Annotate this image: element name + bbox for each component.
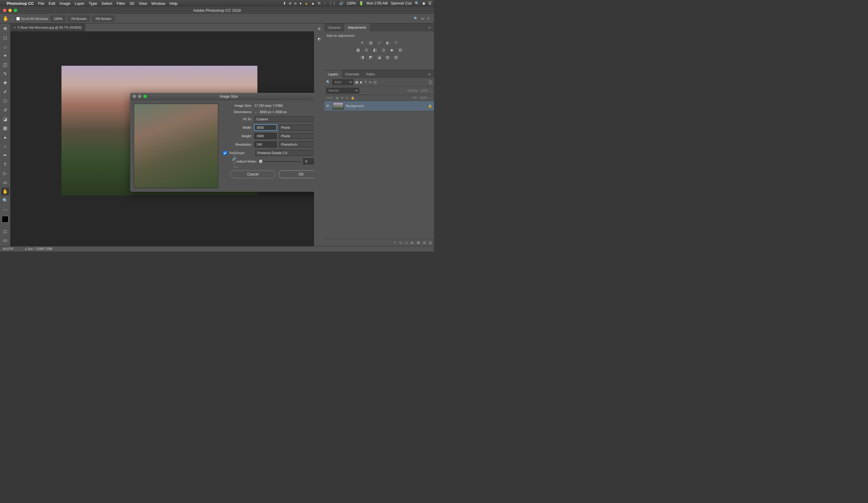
brush-tool-icon[interactable]: ✐ <box>1 88 9 96</box>
hand-tool[interactable]: ✋ <box>1 187 9 195</box>
fit-screen-button[interactable]: Fit Screen <box>68 16 90 22</box>
eraser-tool-icon[interactable]: ◪ <box>1 115 9 123</box>
width-unit-select[interactable]: Pixels <box>279 124 314 131</box>
colorbalance-adj-icon[interactable]: ⚖ <box>364 47 369 52</box>
workspace-layout-icon[interactable]: ▭ <box>421 17 424 21</box>
layer-visibility-icon[interactable]: 👁 <box>326 104 330 107</box>
spotlight-icon[interactable]: 🔍 <box>415 1 419 6</box>
healing-tool-icon[interactable]: ✚ <box>1 79 9 87</box>
threshold-adj-icon[interactable]: ◪ <box>376 54 382 60</box>
levels-adj-icon[interactable]: ▥ <box>368 40 373 45</box>
layer-mask-icon[interactable]: ◻ <box>405 240 408 245</box>
document-tab[interactable]: × © Bear Hat Mountain.jpg @ 66.7% (RGB/8… <box>10 23 85 31</box>
layer-row[interactable]: 👁 Background 🔒 <box>324 101 434 111</box>
group-layers-icon[interactable]: ▣ <box>417 240 420 245</box>
filter-adj-icon[interactable]: ◐ <box>360 80 363 84</box>
menu-select[interactable]: Select <box>101 1 112 6</box>
tab-adjustments[interactable]: Adjustments <box>344 23 370 31</box>
eyedropper-tool-icon[interactable]: ✎ <box>1 70 9 78</box>
resolution-unit-select[interactable]: Pixels/Inch <box>279 142 314 147</box>
warning-tri-icon[interactable]: ▲ <box>304 1 308 6</box>
type-tool-icon[interactable]: T <box>1 161 9 168</box>
pen-tool-icon[interactable]: ✒ <box>1 151 9 159</box>
rectangle-tool-icon[interactable]: ▭ <box>1 178 9 186</box>
tool-preset-chevron-icon[interactable]: ⌄ <box>11 17 14 20</box>
quickmask-icon[interactable]: ◻ <box>1 227 9 235</box>
height-unit-select[interactable]: Pixels <box>279 133 314 139</box>
notification-center-icon[interactable]: ☰ <box>428 1 432 6</box>
battery-status[interactable]: 100% <box>347 1 356 6</box>
foreground-background-swatch[interactable] <box>2 216 8 223</box>
menu-help[interactable]: Help <box>169 1 177 6</box>
warning-solid-icon[interactable]: ▲ <box>311 1 315 6</box>
bluetooth-icon[interactable]: ᚼ <box>324 1 326 6</box>
dialog-preview-image[interactable] <box>134 104 218 188</box>
link-layers-icon[interactable]: ⚭ <box>394 240 396 245</box>
resample-select[interactable]: Preserve Details 2.0 <box>255 150 314 156</box>
filter-search-icon[interactable]: 🔍 <box>326 80 330 84</box>
filter-toggle-icon[interactable]: ◯ <box>428 80 432 84</box>
zoom-tool-icon[interactable]: 🔍 <box>1 197 9 204</box>
lock-position-icon[interactable]: ✥ <box>341 96 343 100</box>
crop-tool-icon[interactable]: ◫ <box>1 61 9 69</box>
app-name-menu[interactable]: Photoshop CC <box>7 1 34 6</box>
zoom-100-button[interactable]: 100% <box>51 16 66 22</box>
curves-adj-icon[interactable]: ⤢ <box>376 40 382 45</box>
resample-checkbox[interactable] <box>223 151 227 155</box>
share-icon[interactable]: ⇪ <box>427 17 430 21</box>
layer-lock-icon[interactable]: 🔒 <box>428 104 432 108</box>
menu-window[interactable]: Window <box>151 1 165 6</box>
search-icon[interactable]: 🔍 <box>414 17 418 21</box>
user-name[interactable]: Spencer Cox <box>391 1 412 6</box>
new-layer-icon[interactable]: ▥ <box>423 240 426 245</box>
tab-layers[interactable]: Layers <box>324 70 341 78</box>
width-input[interactable] <box>254 124 277 131</box>
tab-channels[interactable]: Channels <box>341 70 363 78</box>
resolution-input[interactable] <box>254 142 277 147</box>
ok-button[interactable]: OK <box>278 171 314 178</box>
edit-toolbar-icon[interactable]: ⋯ <box>1 206 9 214</box>
vibrance-adj-icon[interactable]: ▽ <box>393 40 399 45</box>
channel-mixer-adj-icon[interactable]: ◆ <box>389 47 394 52</box>
posterize-adj-icon[interactable]: ◩ <box>368 54 373 60</box>
history-panel-icon[interactable]: ⧉ <box>315 25 323 33</box>
siri-icon[interactable]: ◉ <box>422 1 425 6</box>
window-zoom-button[interactable] <box>14 9 17 12</box>
timemachine-icon[interactable]: ↻ <box>318 1 321 6</box>
adjustment-layer-icon[interactable]: ◐ <box>411 240 414 245</box>
window-close-button[interactable] <box>3 9 6 12</box>
reduce-noise-slider[interactable] <box>259 161 301 162</box>
move-tool-icon[interactable]: ✥ <box>1 25 9 33</box>
blur-tool-icon[interactable]: ● <box>1 133 9 141</box>
history-brush-tool-icon[interactable]: ↺ <box>1 106 9 114</box>
status-doc-size[interactable]: ▸ Doc: 7.03M/7.03M <box>25 247 52 250</box>
status-tray-icon[interactable]: ⎚ <box>289 1 291 6</box>
layer-fx-icon[interactable]: fx <box>399 241 402 245</box>
menu-edit[interactable]: Edit <box>49 1 55 6</box>
screen-mode-icon[interactable]: ▭ <box>1 236 9 244</box>
layer-thumbnail[interactable] <box>333 102 344 110</box>
layer-name[interactable]: Background <box>346 104 364 107</box>
properties-panel-icon[interactable]: ◩ <box>315 35 323 43</box>
cc-icon[interactable]: ∞ <box>294 1 297 6</box>
dialog-zoom-button[interactable] <box>143 95 147 98</box>
hue-adj-icon[interactable]: ▦ <box>355 47 361 52</box>
wifi-icon[interactable]: ⋮⋮ <box>329 1 336 6</box>
cancel-button[interactable]: Cancel <box>230 171 276 178</box>
filter-smart-icon[interactable]: ◫ <box>373 80 376 84</box>
opacity-value[interactable]: 100% <box>420 89 428 92</box>
menu-layer[interactable]: Layer <box>75 1 85 6</box>
lut-adj-icon[interactable]: ▤ <box>397 47 403 52</box>
clock[interactable]: Mon 2:55 AM <box>366 1 388 6</box>
canvas-area[interactable]: × © Bear Hat Mountain.jpg @ 66.7% (RGB/8… <box>10 23 314 246</box>
dropbox-icon[interactable]: ⬇ <box>283 1 286 6</box>
menu-image[interactable]: Image <box>60 1 71 6</box>
opacity-chevron-icon[interactable]: ⌄ <box>430 89 432 92</box>
lock-artboard-icon[interactable]: ◫ <box>346 96 349 100</box>
menu-filter[interactable]: Filter <box>117 1 125 6</box>
exposure-adj-icon[interactable]: ◐ <box>385 40 390 45</box>
menu-type[interactable]: Type <box>89 1 97 6</box>
dimensions-chevron-icon[interactable]: ⌄ <box>254 110 257 114</box>
filter-shape-icon[interactable]: ▭ <box>369 80 372 84</box>
reduce-noise-input[interactable] <box>303 158 314 164</box>
